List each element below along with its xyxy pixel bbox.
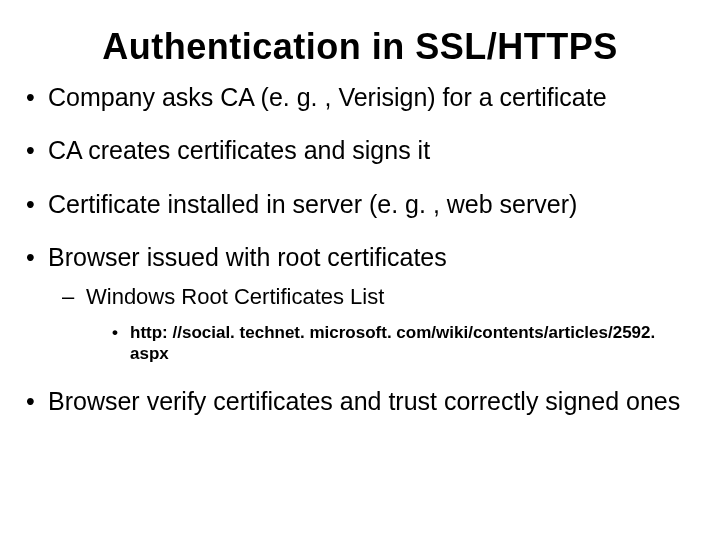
sub-bullet-list: Windows Root Certificates List http: //s… xyxy=(48,283,700,364)
sub-sub-bullet-list: http: //social. technet. microsoft. com/… xyxy=(86,322,700,365)
bullet-item: Certificate installed in server (e. g. ,… xyxy=(20,189,700,220)
bullet-item: CA creates certificates and signs it xyxy=(20,135,700,166)
sub-bullet-text: Windows Root Certificates List xyxy=(86,284,384,309)
bullet-item: Browser verify certificates and trust co… xyxy=(20,386,700,417)
bullet-item: Company asks CA (e. g. , Verisign) for a… xyxy=(20,82,700,113)
bullet-text: Browser issued with root certificates xyxy=(48,243,447,271)
bullet-list: Company asks CA (e. g. , Verisign) for a… xyxy=(20,82,700,417)
sub-sub-bullet-item: http: //social. technet. microsoft. com/… xyxy=(86,322,700,365)
bullet-item: Browser issued with root certificates Wi… xyxy=(20,242,700,364)
sub-bullet-item: Windows Root Certificates List http: //s… xyxy=(48,283,700,364)
slide: Authentication in SSL/HTTPS Company asks… xyxy=(0,0,720,540)
slide-title: Authentication in SSL/HTTPS xyxy=(20,26,700,68)
